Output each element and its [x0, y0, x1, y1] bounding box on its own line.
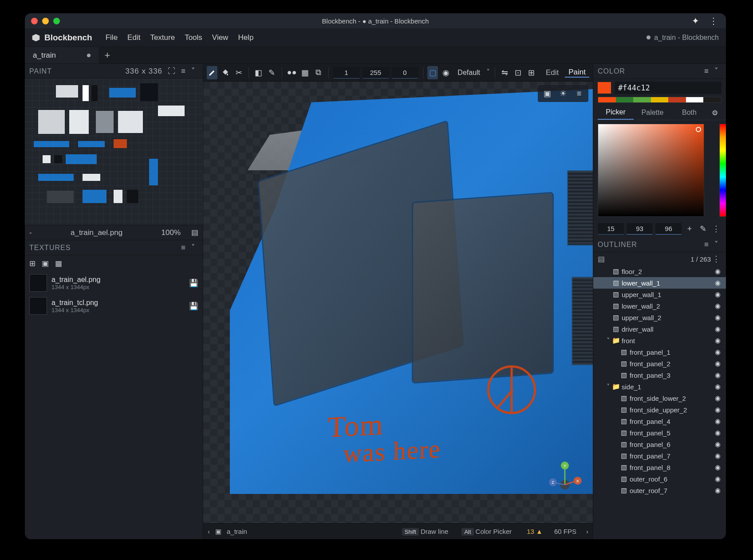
sat-input[interactable]: 93 [627, 223, 653, 235]
outliner-item[interactable]: ▧ outer_roof_7 ◉ [593, 485, 726, 496]
menu-texture[interactable]: Texture [146, 33, 179, 42]
brush-circle-icon[interactable]: ◉ [441, 66, 451, 79]
uv-editor[interactable] [25, 79, 203, 225]
kebab-menu-icon[interactable]: ⋮ [709, 16, 718, 26]
outliner-folder[interactable]: ˅ 📁 front ◉ [593, 335, 726, 346]
outliner-item[interactable]: ▧ front_panel_5 ◉ [593, 427, 726, 439]
outliner-item[interactable]: ▧ front_panel_4 ◉ [593, 415, 726, 427]
add-project-button[interactable]: + [99, 47, 116, 63]
sv-picker[interactable] [598, 124, 704, 217]
visibility-icon[interactable]: ◉ [713, 486, 722, 494]
visibility-icon[interactable]: ◉ [713, 383, 722, 391]
minimize-icon[interactable] [42, 18, 49, 24]
open-document-tab[interactable]: a_train - Blockbench [647, 34, 719, 42]
brush-softness-input[interactable]: 0 [392, 67, 418, 78]
outliner-item[interactable]: ▧ floor_2 ◉ [593, 266, 726, 277]
add-swatch-icon[interactable]: + [684, 224, 695, 234]
brush-tool-icon[interactable] [207, 66, 217, 79]
shading-icon[interactable]: ☀ [556, 87, 570, 100]
axis-gizmo[interactable]: Y X Z [545, 458, 585, 497]
visibility-icon[interactable]: ◉ [713, 279, 722, 287]
hue-slider[interactable] [719, 124, 726, 217]
extension-icon[interactable]: ✦ [692, 16, 699, 26]
tab-both[interactable]: Both [671, 106, 707, 119]
visibility-icon[interactable]: ◉ [713, 302, 722, 310]
val-input[interactable]: 96 [655, 223, 682, 235]
brush-square-icon[interactable]: ▢ [427, 66, 438, 79]
menu-help[interactable]: Help [233, 33, 258, 42]
menu-tools[interactable]: Tools [180, 33, 207, 42]
more-icon[interactable]: ⋮ [711, 224, 721, 234]
project-tab[interactable]: a_train [25, 47, 99, 63]
outliner-item[interactable]: ▧ front_panel_2 ◉ [593, 358, 726, 369]
save-texture-icon[interactable]: 💾 [189, 278, 198, 288]
import-texture-icon[interactable]: ▣ [42, 259, 49, 268]
current-color-swatch[interactable] [598, 82, 611, 94]
visibility-icon[interactable]: ◉ [713, 313, 722, 321]
panel-options-icon[interactable]: ≡ [702, 67, 712, 76]
texture-grid-icon[interactable]: ▦ [55, 259, 62, 268]
add-texture-icon[interactable]: ⊞ [29, 259, 35, 268]
texture-item[interactable]: a_train_ael.png 1344 x 1344px 💾 [25, 271, 203, 294]
visibility-icon[interactable]: ◉ [713, 417, 722, 425]
outliner-folder[interactable]: ˅ 📁 side_1 ◉ [593, 381, 726, 392]
visibility-icon[interactable]: ◉ [713, 360, 722, 368]
bucket-fill-icon[interactable] [220, 66, 231, 79]
visibility-icon[interactable]: ◉ [713, 371, 722, 379]
palette-swatch[interactable] [668, 97, 686, 102]
outliner-item[interactable]: ▧ lower_wall_2 ◉ [593, 300, 726, 312]
palette-swatch[interactable] [686, 97, 704, 102]
menu-file[interactable]: File [101, 33, 122, 42]
gradient-tool-icon[interactable]: ▦ [300, 66, 311, 79]
save-texture-icon[interactable]: 💾 [189, 302, 198, 311]
close-icon[interactable] [31, 18, 38, 24]
outliner-item[interactable]: ▧ front_panel_7 ◉ [593, 450, 726, 462]
warning-count[interactable]: 13 ▲ [527, 528, 543, 535]
caret-icon[interactable]: ˅ [605, 337, 612, 345]
panel-options-icon[interactable]: ≡ [702, 240, 712, 249]
collapse-icon[interactable]: ˅ [712, 67, 721, 76]
outliner-item[interactable]: ▧ front_panel_6 ◉ [593, 439, 726, 450]
visibility-icon[interactable]: ◉ [713, 475, 722, 483]
outliner-item[interactable]: ▧ front_panel_8 ◉ [593, 462, 726, 473]
breadcrumb[interactable]: a_train [227, 528, 247, 535]
outliner-item[interactable]: ▧ driver_wall ◉ [593, 323, 726, 335]
toggle-all-icon[interactable]: ▤ [598, 255, 605, 264]
eyedropper-icon[interactable]: ✎ [698, 224, 708, 234]
collapse-icon[interactable]: ˅ [189, 243, 198, 252]
outliner-item[interactable]: ▧ upper_wall_1 ◉ [593, 289, 726, 300]
palette-swatch[interactable] [651, 97, 669, 102]
dropdown-icon[interactable]: ˅ [486, 68, 490, 77]
copy-tool-icon[interactable]: ⧉ [313, 66, 324, 79]
outliner-item[interactable]: ▧ upper_wall_2 ◉ [593, 312, 726, 323]
menu-edit[interactable]: Edit [123, 33, 145, 42]
texture-item[interactable]: a_train_tcl.png 1344 x 1344px 💾 [25, 294, 203, 317]
view-options-icon[interactable]: ≡ [572, 87, 586, 100]
blend-mode-select[interactable]: Default [454, 69, 484, 77]
brush-size-input[interactable]: 1 [333, 67, 360, 78]
caret-icon[interactable]: ˅ [605, 383, 612, 391]
prev-icon[interactable]: ‹ [208, 528, 210, 535]
visibility-icon[interactable]: ◉ [713, 406, 722, 414]
visibility-icon[interactable]: ◉ [713, 394, 722, 402]
eraser-tool-icon[interactable]: ◧ [253, 66, 264, 79]
palette-swatch[interactable] [598, 97, 616, 102]
palette-strip[interactable] [598, 97, 721, 103]
screenshot-icon[interactable]: ▣ [540, 87, 554, 100]
visibility-icon[interactable]: ◉ [713, 463, 722, 471]
palette-swatch[interactable] [633, 97, 651, 102]
visibility-icon[interactable]: ◉ [713, 267, 722, 275]
outliner-item[interactable]: ▧ front_side_upper_2 ◉ [593, 404, 726, 415]
panel-options-icon[interactable]: ≡ [178, 243, 189, 252]
sv-cursor[interactable] [696, 127, 701, 132]
collapse-icon[interactable]: ˅ [712, 240, 721, 249]
fullscreen-icon[interactable] [53, 18, 60, 24]
outliner-item[interactable]: ▧ lower_wall_1 ◉ [593, 277, 726, 289]
color-picker-tool-icon[interactable]: ✎ [267, 66, 277, 79]
next-icon[interactable]: › [586, 528, 588, 535]
visibility-icon[interactable]: ◉ [713, 337, 722, 345]
mirror-x-icon[interactable]: ⇋ [500, 66, 510, 79]
visibility-icon[interactable]: ◉ [713, 348, 722, 356]
shape-tool-icon[interactable]: ●● [287, 66, 297, 79]
fullscreen-uv-icon[interactable]: ⛶ [165, 67, 178, 76]
